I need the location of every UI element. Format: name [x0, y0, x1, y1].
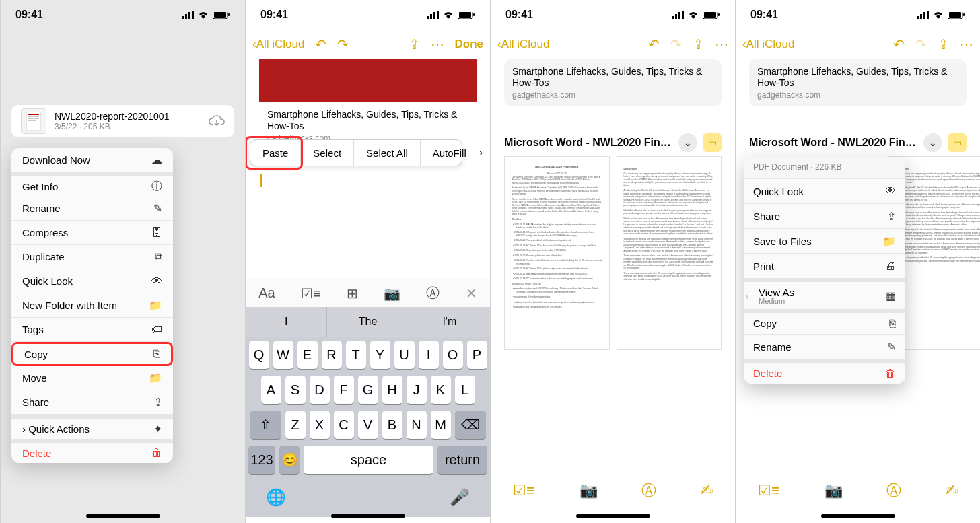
markup-icon[interactable]: Ⓐ	[426, 284, 440, 302]
return-key[interactable]: return	[438, 446, 487, 474]
action-rename[interactable]: Rename✎	[744, 334, 905, 359]
home-indicator[interactable]	[576, 514, 650, 518]
key-h[interactable]: H	[382, 376, 403, 404]
autofill-button[interactable]: AutoFill	[421, 140, 479, 166]
done-button[interactable]: Done	[455, 38, 484, 51]
key-w[interactable]: W	[273, 341, 293, 369]
select-button[interactable]: Select	[301, 140, 354, 166]
key-i[interactable]: I	[419, 341, 439, 369]
key-z[interactable]: Z	[285, 411, 306, 439]
action-save-to-files[interactable]: Save to Files📁	[744, 228, 905, 253]
menu-move[interactable]: Move📁	[11, 366, 173, 390]
key-x[interactable]: X	[310, 411, 330, 439]
key-l[interactable]: L	[455, 376, 475, 404]
markup-icon[interactable]: Ⓐ	[641, 481, 656, 501]
key-t[interactable]: T	[346, 341, 366, 369]
compose-icon[interactable]: ✍︎	[701, 482, 713, 499]
key-n[interactable]: N	[407, 411, 427, 439]
key-c[interactable]: C	[334, 411, 354, 439]
menu-quick-actions[interactable]: › Quick Actions✦	[11, 415, 173, 439]
camera-icon[interactable]: 📷	[825, 482, 843, 499]
undo-icon[interactable]: ↶	[315, 36, 326, 53]
key-j[interactable]: J	[407, 376, 427, 404]
checklist-icon[interactable]: ☑︎≡	[301, 285, 321, 302]
more-icon[interactable]: ⋯	[715, 36, 728, 53]
key-v[interactable]: V	[358, 411, 378, 439]
format-icon[interactable]: Aa	[258, 285, 275, 301]
key-f[interactable]: F	[334, 376, 354, 404]
undo-icon[interactable]: ↶	[893, 36, 905, 53]
menu-delete[interactable]: Delete🗑	[11, 439, 173, 463]
menu-download-now[interactable]: Download Now☁︎	[11, 148, 173, 172]
camera-icon[interactable]: 📷	[580, 482, 598, 499]
share-icon[interactable]: ⇪	[693, 36, 704, 53]
key-b[interactable]: B	[382, 411, 403, 439]
attachment-chevron[interactable]: ⌄	[923, 133, 942, 152]
action-print[interactable]: Print🖨	[744, 253, 905, 278]
action-share[interactable]: Share⇪	[744, 203, 905, 228]
link-preview-image[interactable]	[259, 59, 477, 102]
home-indicator[interactable]	[821, 514, 895, 518]
menu-rename[interactable]: Rename✎	[11, 197, 173, 221]
action-view-as[interactable]: › View AsMedium ▦	[744, 278, 905, 309]
camera-icon[interactable]: 📷	[384, 285, 400, 302]
key-k[interactable]: K	[431, 376, 451, 404]
undo-icon[interactable]: ↶	[648, 36, 660, 53]
cloud-download-icon[interactable]	[209, 115, 225, 127]
space-key[interactable]: space	[304, 446, 433, 474]
checklist-icon[interactable]: ☑︎≡	[513, 482, 535, 499]
backspace-key[interactable]: ⌫	[455, 411, 486, 439]
action-copy[interactable]: Copy⎘	[744, 309, 905, 334]
action-delete[interactable]: Delete🗑	[744, 359, 905, 384]
key-g[interactable]: G	[358, 376, 378, 404]
key-d[interactable]: D	[310, 376, 330, 404]
menu-quick-look[interactable]: Quick Look👁	[11, 269, 173, 293]
emoji-key[interactable]: 😊	[279, 446, 300, 474]
file-preview-card[interactable]: NWL2020-report-20201001 3/5/22 · 205 KB	[11, 105, 234, 137]
popover-more-icon[interactable]: ›	[479, 147, 483, 159]
key-m[interactable]: M	[431, 411, 451, 439]
back-button[interactable]: ‹ All iCloud	[742, 38, 794, 51]
home-indicator[interactable]	[86, 514, 160, 518]
key-a[interactable]: A	[261, 376, 281, 404]
menu-duplicate[interactable]: Duplicate⧉	[11, 245, 173, 269]
key-p[interactable]: P	[467, 341, 487, 369]
share-icon[interactable]: ⇪	[409, 36, 420, 53]
menu-copy[interactable]: Copy⎘	[11, 342, 173, 366]
key-o[interactable]: O	[443, 341, 463, 369]
key-s[interactable]: S	[285, 376, 306, 404]
globe-icon[interactable]: 🌐	[266, 488, 286, 507]
menu-get-info[interactable]: Get Infoⓘ	[11, 172, 173, 197]
more-icon[interactable]: ⋯	[960, 36, 973, 53]
menu-compress[interactable]: Compress🗄	[11, 221, 173, 245]
presentation-icon[interactable]: ▭	[948, 133, 967, 152]
share-icon[interactable]: ⇪	[938, 36, 949, 53]
shift-key[interactable]: ⇧	[250, 411, 281, 439]
pdf-pages[interactable]: NWL2020/NSWL2020 Final Report Revised 20…	[504, 156, 722, 350]
back-button[interactable]: ‹ All iCloud	[252, 38, 304, 51]
mic-icon[interactable]: 🎤	[450, 488, 470, 507]
checklist-icon[interactable]: ☑︎≡	[758, 482, 780, 499]
link-preview-card[interactable]: Smartphone Lifehacks, Guides, Tips, Tric…	[504, 59, 722, 106]
key-e[interactable]: E	[298, 341, 318, 369]
compose-icon[interactable]: ✍︎	[946, 482, 958, 499]
link-preview-card[interactable]: Smartphone Lifehacks, Guides, Tips, Tric…	[749, 59, 967, 106]
select-all-button[interactable]: Select All	[354, 140, 421, 166]
key-r[interactable]: R	[322, 341, 342, 369]
menu-new-folder[interactable]: New Folder with Item📁	[11, 293, 173, 318]
numbers-key[interactable]: 123	[248, 446, 275, 474]
key-y[interactable]: Y	[370, 341, 390, 369]
presentation-icon[interactable]: ▭	[703, 133, 722, 152]
suggest-2[interactable]: The	[327, 307, 409, 337]
key-q[interactable]: Q	[249, 341, 269, 369]
paste-button[interactable]: Paste	[250, 140, 301, 166]
table-icon[interactable]: ⊞	[347, 285, 358, 302]
link-preview[interactable]: Smartphone Lifehacks, Guides, Tips, Tric…	[259, 102, 477, 140]
action-quick-look[interactable]: Quick Look👁	[744, 178, 905, 203]
close-keyboard-icon[interactable]: ✕	[466, 285, 477, 302]
markup-icon[interactable]: Ⓐ	[886, 481, 901, 501]
menu-share[interactable]: Share⇪	[11, 390, 173, 415]
back-button[interactable]: ‹ All iCloud	[497, 38, 549, 51]
menu-tags[interactable]: Tags🏷	[11, 318, 173, 342]
redo-icon[interactable]: ↷	[337, 36, 349, 53]
